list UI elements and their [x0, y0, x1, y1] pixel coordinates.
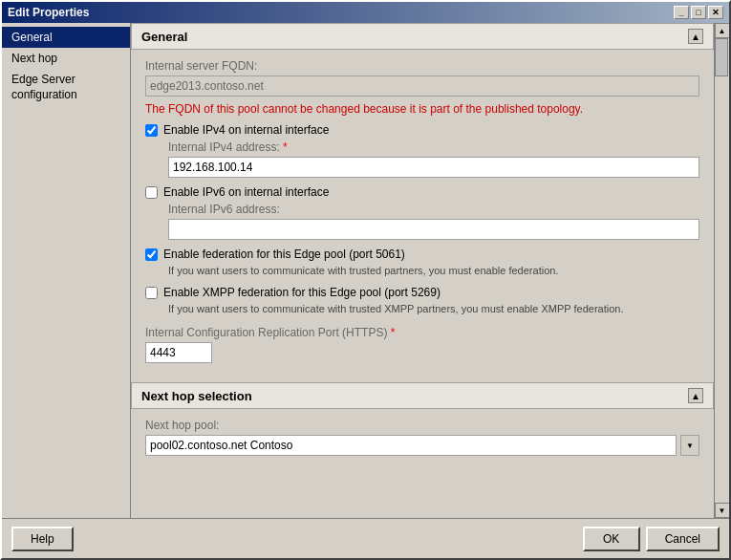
vertical-scrollbar: ▲ ▼ — [714, 23, 729, 518]
window-title: Edit Properties — [8, 6, 89, 19]
replication-port-block: Internal Configuration Replication Port … — [145, 326, 699, 363]
ipv4-checkbox-label: Enable IPv4 on internal interface — [163, 123, 329, 137]
next-hop-pool-select[interactable]: pool02.contoso.net Contoso — [145, 435, 677, 456]
xmpp-checkbox-label: Enable XMPP federation for this Edge poo… — [163, 286, 441, 299]
general-section: General ▲ Internal server FQDN: The FQDN… — [131, 23, 714, 373]
title-bar: Edit Properties _ □ ✕ — [2, 2, 729, 23]
maximize-button[interactable]: □ — [691, 6, 706, 19]
ipv6-checkbox[interactable] — [145, 186, 158, 199]
bottom-right-buttons: OK Cancel — [583, 527, 720, 551]
next-hop-section-header: Next hop selection ▲ — [131, 382, 714, 409]
ipv6-address-block: Internal IPv6 address: — [168, 203, 699, 240]
minimize-button[interactable]: _ — [674, 6, 689, 19]
ipv6-address-input[interactable] — [168, 219, 699, 240]
fqdn-input — [145, 75, 699, 97]
next-hop-section: Next hop selection ▲ Next hop pool: pool… — [131, 382, 714, 465]
bottom-bar: Help OK Cancel — [2, 518, 729, 558]
dropdown-arrow-icon[interactable]: ▼ — [680, 435, 699, 456]
ipv6-address-label: Internal IPv6 address: — [168, 203, 699, 216]
sidebar-item-next-hop[interactable]: Next hop — [2, 48, 130, 69]
federation-checkbox-label: Enable federation for this Edge pool (po… — [163, 248, 405, 261]
federation-help-text: If you want users to communicate with tr… — [168, 265, 699, 276]
next-hop-section-body: Next hop pool: pool02.contoso.net Contos… — [131, 409, 714, 465]
ok-button[interactable]: OK — [583, 527, 640, 551]
general-header-label: General — [141, 30, 187, 44]
title-bar-buttons: _ □ ✕ — [674, 6, 723, 19]
next-hop-pool-row: pool02.contoso.net Contoso ▼ — [145, 435, 699, 456]
panel-content: General ▲ Internal server FQDN: The FQDN… — [131, 23, 714, 518]
sidebar-item-edge-server[interactable]: Edge Server configuration — [2, 69, 130, 106]
ipv4-checkbox-row: Enable IPv4 on internal interface — [145, 123, 699, 137]
ipv6-checkbox-row: Enable IPv6 on internal interface — [145, 185, 699, 199]
next-hop-header-label: Next hop selection — [141, 389, 252, 403]
scroll-thumb[interactable] — [715, 38, 728, 76]
scroll-up-button[interactable]: ▲ — [715, 23, 730, 38]
ipv4-address-block: Internal IPv4 address: — [168, 140, 699, 178]
sidebar-item-general[interactable]: General — [2, 27, 130, 48]
close-button[interactable]: ✕ — [708, 6, 723, 19]
sidebar: General Next hop Edge Server configurati… — [2, 23, 131, 518]
general-section-header: General ▲ — [131, 23, 714, 50]
replication-port-input[interactable] — [145, 342, 212, 363]
edit-properties-window: Edit Properties _ □ ✕ General Next hop E… — [0, 0, 731, 560]
xmpp-help-text: If you want users to communicate with tr… — [168, 303, 699, 314]
next-hop-pool-label: Next hop pool: — [145, 419, 699, 432]
main-content: General Next hop Edge Server configurati… — [2, 23, 729, 518]
ipv4-address-label: Internal IPv4 address: — [168, 140, 699, 154]
fqdn-error-text: The FQDN of this pool cannot be changed … — [145, 102, 699, 116]
general-section-body: Internal server FQDN: The FQDN of this p… — [131, 50, 714, 373]
xmpp-checkbox-row: Enable XMPP federation for this Edge poo… — [145, 286, 699, 299]
scroll-track — [715, 38, 729, 503]
cancel-button[interactable]: Cancel — [646, 527, 720, 551]
general-collapse-button[interactable]: ▲ — [688, 29, 703, 44]
ipv4-address-input[interactable] — [168, 157, 699, 178]
help-button[interactable]: Help — [11, 527, 74, 551]
ipv6-checkbox-label: Enable IPv6 on internal interface — [163, 185, 329, 199]
next-hop-collapse-button[interactable]: ▲ — [688, 388, 703, 403]
fqdn-label: Internal server FQDN: — [145, 59, 699, 73]
xmpp-checkbox[interactable] — [145, 287, 158, 299]
scroll-down-button[interactable]: ▼ — [715, 503, 730, 518]
ipv4-checkbox[interactable] — [145, 124, 158, 137]
federation-checkbox[interactable] — [145, 248, 158, 261]
replication-port-label: Internal Configuration Replication Port … — [145, 326, 699, 339]
federation-checkbox-row: Enable federation for this Edge pool (po… — [145, 248, 699, 261]
